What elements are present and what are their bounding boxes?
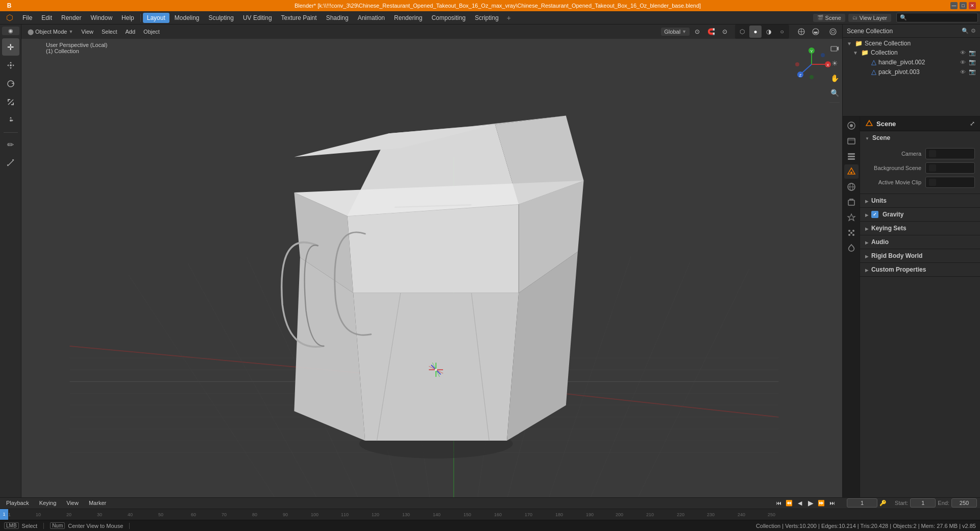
blender-menu-button[interactable]: ⬡ <box>2 13 17 23</box>
global-transform-selector[interactable]: Global ▼ <box>661 28 690 36</box>
render-menu[interactable]: Render <box>57 13 85 23</box>
file-menu[interactable]: File <box>18 13 36 23</box>
xray-button[interactable] <box>827 26 839 38</box>
world-props-tab[interactable] <box>844 180 859 194</box>
output-props-tab[interactable] <box>844 134 859 148</box>
rotate-tool[interactable] <box>2 75 19 92</box>
outliner-filter-btn[interactable]: 🔍 <box>962 28 969 34</box>
jump-start-btn[interactable]: ⏮ <box>774 498 783 508</box>
pack-visibility-icon[interactable]: 👁 <box>960 69 966 75</box>
mode-indicator[interactable]: ◉ <box>2 27 19 35</box>
wireframe-btn[interactable]: ⬡ <box>736 26 748 38</box>
scale-tool[interactable] <box>2 93 19 111</box>
object-props-tab[interactable] <box>844 195 859 209</box>
help-menu[interactable]: Help <box>117 13 138 23</box>
workspace-modeling[interactable]: Modeling <box>170 13 204 23</box>
active-movie-clip-row: Active Movie Clip <box>865 175 975 189</box>
keying-menu[interactable]: Keying <box>36 499 60 507</box>
viewport-view-menu[interactable]: View <box>78 28 96 36</box>
edit-menu[interactable]: Edit <box>37 13 56 23</box>
active-movie-clip-field[interactable] <box>925 177 975 188</box>
physics-props-tab[interactable] <box>844 241 859 255</box>
workspace-uv-editing[interactable]: UV Editing <box>239 13 276 23</box>
svg-point-76 <box>850 124 853 127</box>
workspace-scripting[interactable]: Scripting <box>471 13 503 23</box>
cursor-tool[interactable]: ✛ <box>2 38 19 56</box>
marker-menu[interactable]: Marker <box>86 499 109 507</box>
view-layer-selector[interactable]: 🗂 View Layer <box>848 14 891 22</box>
minimize-button[interactable]: — <box>950 2 958 9</box>
viewport-add-menu[interactable]: Add <box>122 28 139 36</box>
close-button[interactable]: ✕ <box>969 2 976 9</box>
outliner-handle-pivot[interactable]: △ handle_pivot.002 👁 📷 <box>861 57 980 67</box>
view-menu[interactable]: View <box>63 499 82 507</box>
search-bar[interactable]: 🔍 <box>896 13 978 22</box>
nav-gizmo[interactable]: X Y Z <box>791 44 832 85</box>
gravity-section-header[interactable]: ✓ Gravity <box>860 208 980 221</box>
solid-btn[interactable]: ● <box>749 26 762 38</box>
end-frame-input[interactable]: 250 <box>951 498 977 508</box>
workspace-texture-paint[interactable]: Texture Paint <box>277 13 321 23</box>
transform-tool[interactable] <box>2 112 19 129</box>
scene-props-tab[interactable] <box>844 164 859 179</box>
viewport-search-btn[interactable]: 🔍 <box>828 86 841 100</box>
visibility-icon[interactable]: 👁 <box>960 50 966 56</box>
rendered-btn[interactable]: ○ <box>776 26 788 38</box>
play-btn[interactable]: ▶ <box>806 498 815 508</box>
render-props-tab[interactable] <box>844 118 859 133</box>
annotate-tool[interactable]: ✏ <box>2 136 19 153</box>
snap-button[interactable]: 🧲 <box>705 26 717 38</box>
gizmos-button[interactable] <box>795 26 807 38</box>
view-layer-props-tab[interactable] <box>844 149 859 163</box>
render-visibility-icon[interactable]: 📷 <box>969 50 976 56</box>
add-workspace-button[interactable]: + <box>504 13 514 23</box>
audio-section-header[interactable]: Audio <box>860 235 980 249</box>
keying-sets-header[interactable]: Keying Sets <box>860 222 980 235</box>
outliner-scene-collection[interactable]: ▼ 📁 Scene Collection <box>843 39 980 48</box>
workspace-shading[interactable]: Shading <box>322 13 353 23</box>
playback-controls: ⏮ ⏪ ◀ ▶ ⏩ ⏭ <box>774 498 837 508</box>
overlays-button[interactable] <box>810 26 822 38</box>
jump-end-btn[interactable]: ⏭ <box>827 498 837 508</box>
handle-visibility-icon[interactable]: 👁 <box>960 59 966 65</box>
props-panel-expand[interactable]: ⤢ <box>970 120 975 127</box>
gravity-checkbox[interactable]: ✓ <box>871 211 878 218</box>
start-frame-input[interactable]: 1 <box>910 498 936 508</box>
outliner-collection[interactable]: ▼ 📁 Collection 👁 📷 <box>849 48 980 57</box>
current-frame-input[interactable]: 1 <box>847 498 877 508</box>
background-scene-field[interactable] <box>925 162 975 174</box>
particles-props-tab[interactable] <box>844 226 859 240</box>
modifier-props-tab[interactable] <box>844 210 859 225</box>
viewport-select-menu[interactable]: Select <box>99 28 120 36</box>
workspace-animation[interactable]: Animation <box>354 13 389 23</box>
custom-props-header[interactable]: Custom Properties <box>860 263 980 276</box>
workspace-sculpting[interactable]: Sculpting <box>205 13 238 23</box>
move-tool[interactable] <box>2 57 19 74</box>
rigid-body-world-header[interactable]: Rigid Body World <box>860 249 980 262</box>
window-menu[interactable]: Window <box>86 13 116 23</box>
maximize-button[interactable]: □ <box>960 2 967 9</box>
viewport-object-menu[interactable]: Object <box>140 28 163 36</box>
handle-render-icon[interactable]: 📷 <box>969 59 976 65</box>
camera-field[interactable] <box>925 148 975 159</box>
material-btn[interactable]: ◑ <box>763 26 775 38</box>
pivot-button[interactable]: ⊙ <box>691 26 703 38</box>
timeline-ruler[interactable]: 1 1 10 20 30 40 50 60 70 80 90 100 110 1… <box>0 509 980 520</box>
workspace-layout[interactable]: Layout <box>143 13 169 23</box>
measure-tool[interactable] <box>2 154 19 172</box>
units-section-header[interactable]: Units <box>860 194 980 207</box>
outliner-settings-btn[interactable]: ⚙ <box>971 28 976 34</box>
outliner-pack-pivot[interactable]: △ pack_pivot.003 👁 📷 <box>861 67 980 77</box>
workspace-rendering[interactable]: Rendering <box>390 13 426 23</box>
viewport[interactable]: ⬤ Object Mode ▼ View Select Add Object G… <box>21 25 842 497</box>
scene-section-header[interactable]: Scene <box>860 131 980 144</box>
playback-menu[interactable]: Playback <box>3 499 32 507</box>
viewport-mode-selector[interactable]: ⬤ Object Mode ▼ <box>24 28 76 36</box>
workspace-compositing[interactable]: Compositing <box>427 13 470 23</box>
play-reverse-btn[interactable]: ◀ <box>795 498 804 508</box>
step-back-btn[interactable]: ⏪ <box>785 498 794 508</box>
step-forward-btn[interactable]: ⏩ <box>817 498 826 508</box>
scene-selector[interactable]: 🎬 Scene <box>813 14 845 22</box>
proportional-button[interactable]: ⊙ <box>719 26 731 38</box>
pack-render-icon[interactable]: 📷 <box>969 68 976 75</box>
